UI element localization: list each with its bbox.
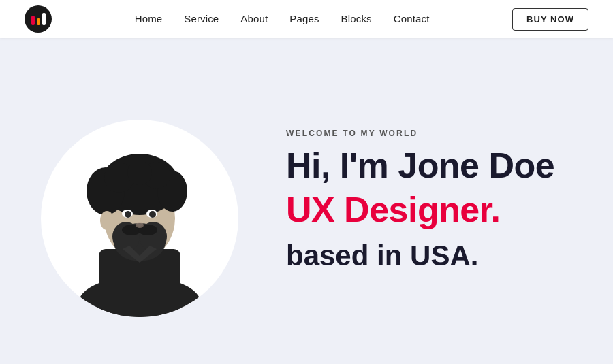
logo-bar-2 [37, 18, 40, 25]
buy-now-button[interactable]: BUY NOW [512, 8, 588, 31]
svg-point-10 [100, 211, 114, 230]
profile-illustration [51, 127, 228, 317]
nav-link-home[interactable]: Home [135, 13, 163, 24]
logo-bar-1 [31, 16, 35, 25]
nav-item-contact[interactable]: Contact [394, 13, 430, 25]
nav-item-pages[interactable]: Pages [289, 13, 319, 25]
logo-bar-3 [42, 13, 46, 25]
svg-point-9 [127, 161, 152, 185]
nav-link-pages[interactable]: Pages [289, 13, 319, 24]
nav-link-contact[interactable]: Contact [394, 13, 430, 24]
hero-location: based in USA. [286, 239, 572, 273]
nav-link-blocks[interactable]: Blocks [341, 13, 372, 24]
nav-links: Home Service About Pages Blocks Contact [135, 13, 430, 25]
nav-item-about[interactable]: About [240, 13, 268, 25]
profile-circle [41, 120, 238, 317]
hero-role: UX Designer. [286, 191, 572, 229]
profile-image-wrapper [34, 86, 245, 317]
svg-point-19 [149, 211, 156, 218]
hero-text: WELCOME TO MY WORLD Hi, I'm Jone Doe UX … [286, 129, 572, 274]
svg-point-20 [136, 222, 144, 228]
nav-link-service[interactable]: Service [184, 13, 219, 24]
hero-name: Hi, I'm Jone Doe [286, 146, 572, 185]
logo[interactable] [25, 5, 52, 33]
nav-item-home[interactable]: Home [135, 13, 163, 25]
navbar: Home Service About Pages Blocks Contact … [0, 0, 613, 38]
nav-link-about[interactable]: About [240, 13, 268, 24]
svg-point-18 [125, 211, 131, 218]
nav-item-blocks[interactable]: Blocks [341, 13, 372, 25]
hero-section: WELCOME TO MY WORLD Hi, I'm Jone Doe UX … [0, 38, 613, 364]
welcome-label: WELCOME TO MY WORLD [286, 129, 572, 138]
nav-item-service[interactable]: Service [184, 13, 219, 25]
